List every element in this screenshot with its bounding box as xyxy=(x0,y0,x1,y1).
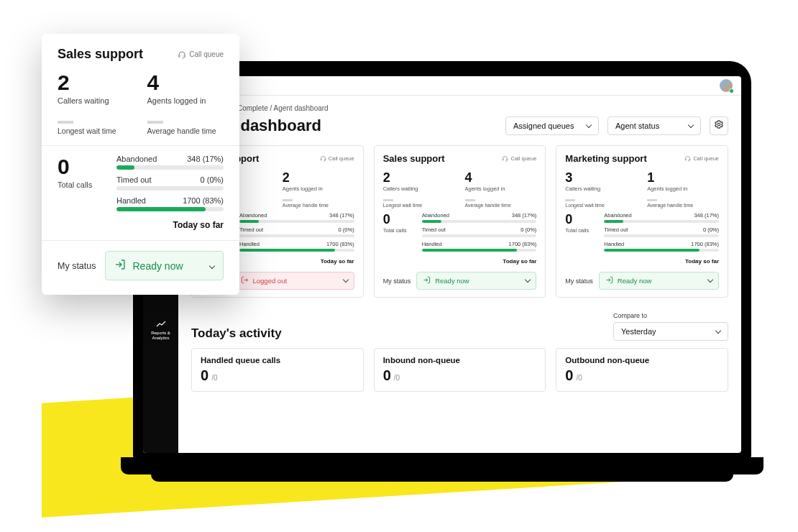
bar-fill xyxy=(239,249,335,252)
longest-wait-bar xyxy=(565,199,575,201)
bar-value: 1700 (83%) xyxy=(691,241,719,247)
breakdown-bar: Abandoned 348 (17%) xyxy=(604,212,719,223)
breakdown-bar: Abandoned 348 (17%) xyxy=(116,155,224,170)
status-dropdown[interactable]: Ready now xyxy=(105,251,224,280)
bar-label: Abandoned xyxy=(116,155,157,163)
status-dropdown[interactable]: Ready now xyxy=(599,272,719,290)
activity-card-title: Outbound non-queue xyxy=(565,356,719,364)
longest-wait-label: Longest wait time xyxy=(58,127,134,135)
callers-waiting-label: Callers waiting xyxy=(565,185,637,192)
status-text: Ready now xyxy=(618,277,704,285)
svg-rect-7 xyxy=(685,159,686,160)
my-status-label: My status xyxy=(58,261,96,271)
bar-fill xyxy=(239,220,259,223)
compare-column: Compare to Yesterday xyxy=(613,312,728,341)
activity-card-value: 0 xyxy=(201,367,208,383)
activity-card-sub: /0 xyxy=(211,374,217,382)
bar-fill xyxy=(422,220,441,223)
agents-logged-in-value: 4 xyxy=(147,72,224,93)
chevron-down-icon xyxy=(587,121,591,130)
status-text: Ready now xyxy=(133,260,203,272)
top-bar xyxy=(178,76,741,96)
login-icon xyxy=(423,276,431,285)
queue-cards-row: Tech support Call queue 0 Callers waitin… xyxy=(191,145,728,298)
status-dropdown[interactable]: Ready now xyxy=(416,272,536,290)
avg-handle-bar xyxy=(283,199,293,201)
activity-card-sub: /0 xyxy=(576,374,582,382)
breadcrumb[interactable]: GoTo Contact Complete / Agent dashboard xyxy=(191,104,728,112)
my-status-label: My status xyxy=(383,278,411,285)
bar-value: 0 (0%) xyxy=(201,175,224,184)
longest-wait-label: Longest wait time xyxy=(383,203,455,208)
bar-track xyxy=(239,249,354,252)
activity-card: Outbound non-queue 0/0 xyxy=(556,348,728,392)
divider xyxy=(42,240,239,241)
avg-handle-bar xyxy=(465,199,475,201)
breakdown-bar: Handled 1700 (83%) xyxy=(239,241,354,252)
breakdown-bar: Handled 1700 (83%) xyxy=(422,241,537,252)
compare-dropdown[interactable]: Yesterday xyxy=(613,322,728,341)
breakdown-bar: Timed out 0 (0%) xyxy=(116,175,224,191)
bar-value: 348 (17%) xyxy=(512,212,537,219)
assigned-queues-dropdown[interactable]: Assigned queues xyxy=(505,116,599,135)
agent-status-dropdown[interactable]: Agent status xyxy=(607,116,701,135)
compare-label: Compare to xyxy=(613,312,728,319)
bar-track xyxy=(239,234,354,237)
login-icon xyxy=(605,276,613,285)
zoomed-queue-card: Sales support Call queue 2 Callers waiti… xyxy=(42,34,239,295)
call-queue-label: Call queue xyxy=(178,50,224,59)
callers-waiting-value: 2 xyxy=(383,171,455,184)
agents-logged-in-label: Agents logged in xyxy=(283,185,354,192)
bar-track xyxy=(604,220,719,223)
agents-logged-in-value: 2 xyxy=(283,171,354,184)
bar-value: 348 (17%) xyxy=(329,212,354,219)
bar-value: 348 (17%) xyxy=(694,212,719,219)
bar-label: Handled xyxy=(604,241,624,247)
bar-label: Abandoned xyxy=(422,212,449,219)
activity-cards-row: Handled queue calls 0/0 Inbound non-queu… xyxy=(191,348,728,392)
status-dropdown[interactable]: Logged out xyxy=(234,272,354,290)
activity-card: Handled queue calls 0/0 xyxy=(191,348,364,392)
bar-label: Timed out xyxy=(239,226,263,233)
avg-handle-label: Average handle time xyxy=(647,203,719,208)
svg-rect-1 xyxy=(321,159,321,160)
avatar[interactable] xyxy=(720,79,733,92)
agent-status-label: Agent status xyxy=(615,121,659,130)
breakdown-bar: Handled 1700 (83%) xyxy=(116,196,224,211)
compare-value: Yesterday xyxy=(621,327,656,336)
activity-card: Inbound non-queue 0/0 xyxy=(374,348,546,392)
svg-point-0 xyxy=(717,123,720,126)
queue-card: Sales support Call queue 2 Callers waiti… xyxy=(374,145,546,298)
bar-track xyxy=(239,220,354,223)
sidebar-item-reports[interactable]: Reports & Analytics xyxy=(143,316,178,345)
bar-label: Timed out xyxy=(604,226,628,233)
my-status-label: My status xyxy=(565,278,593,285)
breakdown-bars: Abandoned 348 (17%) Timed out 0 (0%) Han… xyxy=(239,212,354,255)
activity-card-value: 0 xyxy=(383,367,391,383)
bar-label: Abandoned xyxy=(239,212,267,219)
agents-logged-in-value: 1 xyxy=(647,171,719,184)
call-queue-label: Call queue xyxy=(320,155,354,162)
svg-rect-11 xyxy=(184,55,185,57)
breakdown-bar: Timed out 0 (0%) xyxy=(239,226,354,237)
settings-button[interactable] xyxy=(710,116,728,135)
breakdown-bar: Handled 1700 (83%) xyxy=(604,241,719,252)
avatar-status-dot xyxy=(729,88,734,93)
call-queue-label: Call queue xyxy=(684,155,719,162)
bar-track xyxy=(422,249,537,252)
activity-title: Today's activity xyxy=(191,326,602,341)
headset-icon xyxy=(502,155,508,162)
activity-card-title: Handled queue calls xyxy=(201,356,354,364)
login-icon xyxy=(114,259,126,272)
content: GoTo Contact Complete / Agent dashboard … xyxy=(178,96,741,392)
svg-rect-2 xyxy=(325,159,326,160)
activity-header: Today's activity Compare to Yesterday xyxy=(191,312,728,341)
headset-icon xyxy=(684,155,691,162)
avg-handle-bar xyxy=(647,199,657,201)
chart-line-icon xyxy=(145,321,177,328)
activity-card-sub: /0 xyxy=(394,374,400,382)
svg-rect-4 xyxy=(503,159,504,160)
total-calls-value: 0 xyxy=(58,155,106,179)
breakdown-bar: Timed out 0 (0%) xyxy=(604,226,719,237)
longest-wait-label: Longest wait time xyxy=(565,203,637,208)
